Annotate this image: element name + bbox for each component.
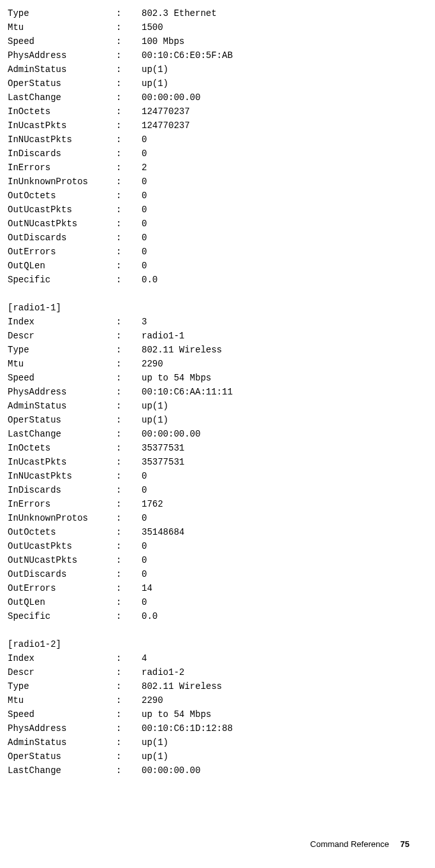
kv-colon: : (116, 693, 142, 707)
kv-key: LastChange (8, 90, 116, 105)
kv-row: OperStatus:up(1) (8, 749, 427, 763)
kv-value: 0 (142, 148, 147, 159)
kv-colon: : (116, 553, 142, 567)
kv-row: PhysAddress:00:10:C6:1D:12:88 (8, 721, 427, 735)
kv-row: PhysAddress:00:10:C6:AA:11:11 (8, 385, 427, 399)
kv-row: InOctets:35377531 (8, 441, 427, 455)
kv-key: InDiscards (8, 147, 116, 161)
kv-row: AdminStatus:up(1) (8, 399, 427, 413)
kv-colon: : (116, 175, 142, 189)
kv-colon: : (116, 6, 142, 20)
kv-colon: : (116, 119, 142, 133)
kv-value: 802.11 Wireless (142, 681, 222, 691)
kv-colon: : (116, 20, 142, 34)
kv-value: 00:00:00.00 (142, 92, 200, 103)
kv-colon: : (116, 497, 142, 511)
kv-value: up(1) (142, 401, 168, 411)
kv-value: radio1-2 (142, 667, 184, 677)
kv-key: PhysAddress (8, 48, 116, 62)
kv-key: Type (8, 343, 116, 357)
kv-key: OutOctets (8, 525, 116, 539)
kv-row: Descr:radio1-1 (8, 329, 427, 343)
kv-value: 35148684 (142, 527, 184, 537)
kv-key: OperStatus (8, 413, 116, 427)
kv-colon: : (116, 469, 142, 483)
kv-row: Mtu:1500 (8, 20, 427, 34)
section-header: [radio1-2] (8, 637, 427, 651)
kv-row: PhysAddress:00:10:C6:E0:5F:AB (8, 48, 427, 62)
kv-key: Speed (8, 707, 116, 721)
kv-value: 3 (142, 317, 147, 327)
kv-key: OutQLen (8, 595, 116, 609)
kv-row: OutOctets:0 (8, 189, 427, 203)
kv-row: OperStatus:up(1) (8, 76, 427, 90)
kv-row: InOctets:124770237 (8, 105, 427, 119)
kv-key: InOctets (8, 105, 116, 119)
kv-value: 0.0 (142, 275, 158, 285)
kv-colon: : (116, 749, 142, 763)
kv-key: Type (8, 679, 116, 693)
kv-colon: : (116, 329, 142, 343)
kv-value: 802.3 Ethernet (142, 8, 217, 18)
kv-row: LastChange:00:00:00.00 (8, 763, 427, 778)
kv-key: OperStatus (8, 749, 116, 763)
kv-key: LastChange (8, 763, 116, 778)
kv-key: Type (8, 6, 116, 20)
kv-colon: : (116, 90, 142, 105)
kv-key: Index (8, 651, 116, 665)
kv-value: 2290 (142, 359, 163, 369)
kv-key: InErrors (8, 497, 116, 511)
kv-row: InNUcastPkts:0 (8, 133, 427, 147)
kv-key: InUcastPkts (8, 119, 116, 133)
kv-colon: : (116, 203, 142, 217)
kv-value: 0 (142, 555, 147, 565)
kv-key: InNUcastPkts (8, 133, 116, 147)
kv-colon: : (116, 231, 142, 245)
kv-colon: : (116, 595, 142, 609)
kv-row: OutNUcastPkts:0 (8, 553, 427, 567)
footer-page-number: 75 (401, 839, 409, 849)
kv-colon: : (116, 161, 142, 175)
kv-value: 100 Mbps (142, 36, 184, 47)
kv-colon: : (116, 76, 142, 90)
kv-key: Specific (8, 609, 116, 623)
kv-colon: : (116, 455, 142, 469)
kv-value: 0 (142, 261, 147, 271)
kv-value: 0 (142, 177, 147, 187)
kv-colon: : (116, 581, 142, 595)
kv-colon: : (116, 413, 142, 427)
kv-row: OutOctets:35148684 (8, 525, 427, 539)
kv-key: PhysAddress (8, 385, 116, 399)
kv-colon: : (116, 259, 142, 273)
kv-key: AdminStatus (8, 735, 116, 749)
kv-row: InUnknownProtos:0 (8, 175, 427, 189)
kv-colon: : (116, 371, 142, 385)
kv-row: OutNUcastPkts:0 (8, 217, 427, 231)
kv-value: 0 (142, 233, 147, 243)
kv-key: OutDiscards (8, 567, 116, 581)
footer-label: Command Reference (310, 839, 389, 849)
kv-value: 1762 (142, 499, 163, 509)
kv-key: InNUcastPkts (8, 469, 116, 483)
kv-colon: : (116, 315, 142, 329)
kv-value: 0 (142, 247, 147, 257)
kv-value: 00:10:C6:1D:12:88 (142, 723, 233, 734)
kv-colon: : (116, 525, 142, 539)
kv-value: up(1) (142, 751, 168, 762)
kv-colon: : (116, 399, 142, 413)
kv-row: OutQLen:0 (8, 259, 427, 273)
kv-key: InUnknownProtos (8, 175, 116, 189)
kv-colon: : (116, 217, 142, 231)
kv-row: Mtu:2290 (8, 357, 427, 371)
kv-colon: : (116, 343, 142, 357)
kv-colon: : (116, 245, 142, 259)
kv-value: 802.11 Wireless (142, 345, 222, 355)
kv-colon: : (116, 34, 142, 48)
kv-key: InUcastPkts (8, 455, 116, 469)
kv-value: 35377531 (142, 457, 184, 467)
kv-row: OutUcastPkts:0 (8, 539, 427, 553)
kv-row: Mtu:2290 (8, 693, 427, 707)
kv-colon: : (116, 273, 142, 287)
kv-value: 0 (142, 471, 147, 481)
kv-row: Specific:0.0 (8, 273, 427, 287)
